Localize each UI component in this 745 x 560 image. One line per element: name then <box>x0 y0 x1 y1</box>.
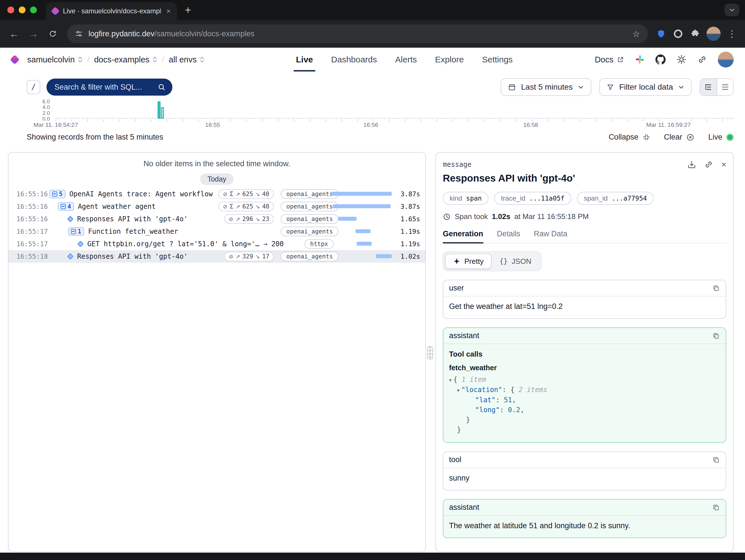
nav-dashboards[interactable]: Dashboards <box>331 48 377 71</box>
window-minimize-button[interactable] <box>19 6 26 13</box>
copy-button[interactable] <box>712 456 720 464</box>
close-panel-button[interactable]: × <box>721 160 726 169</box>
scope-tag[interactable]: openai_agents <box>281 189 338 199</box>
json-toggle-button[interactable]: {} JSON <box>492 254 539 269</box>
render-mode-toggle: Pretty {} JSON <box>443 251 542 271</box>
github-link[interactable] <box>655 55 666 65</box>
tree-view-icon <box>705 84 712 91</box>
search-input[interactable] <box>53 82 153 92</box>
nav-alerts[interactable]: Alerts <box>395 48 417 71</box>
chevron-down-icon <box>678 84 684 90</box>
scope-tag[interactable]: openai_agents <box>281 214 338 224</box>
user-avatar[interactable] <box>718 52 734 67</box>
trace-row[interactable]: 16:55:16 4 Agent weather agent ⊘Σ↗625↘40… <box>8 200 425 213</box>
timeline-x-label: 16:58 <box>523 121 538 128</box>
trace-row-timestamp: 16:55:16 <box>17 190 49 198</box>
clear-button[interactable]: Clear <box>664 133 695 142</box>
scope-tag[interactable]: openai_agents <box>281 202 338 211</box>
duration-label: 1.65s <box>387 215 420 223</box>
slack-link[interactable] <box>635 55 645 64</box>
trace-row-selected[interactable]: 16:55:18 Responses API with 'gpt-4o' ⊘↗3… <box>8 250 425 263</box>
extensions-menu-button[interactable] <box>687 25 704 42</box>
selector-icon <box>152 56 157 63</box>
copy-button[interactable] <box>712 503 720 511</box>
trace-row[interactable]: 16:55:16 Responses API with 'gpt-4o' ⊘↗2… <box>8 213 425 225</box>
list-view-button[interactable] <box>717 79 733 95</box>
bookmark-star-icon[interactable]: ☆ <box>633 29 640 39</box>
copy-button[interactable] <box>712 332 720 340</box>
site-settings-icon[interactable] <box>75 30 83 38</box>
scope-tag[interactable]: openai_agents <box>281 252 338 261</box>
window-close-button[interactable] <box>7 6 14 13</box>
forward-button[interactable]: → <box>24 24 43 43</box>
share-link-button[interactable] <box>698 55 707 64</box>
collapse-toggle[interactable]: 4 <box>58 202 74 211</box>
tab-generation[interactable]: Generation <box>443 227 483 243</box>
tab-title: Live · samuelcolvin/docs-examples <box>63 7 161 15</box>
window-zoom-button[interactable] <box>30 6 37 13</box>
collapse-button[interactable]: Collapse <box>609 133 650 142</box>
theme-toggle[interactable] <box>676 55 687 65</box>
activity-timeline[interactable]: 6.0 4.0 2.0 0.0 Mar 11. 16:54:27 16:55 1… <box>11 100 734 131</box>
trace-row[interactable]: 16:55:17 GET httpbin.org/get ? lat='51.0… <box>8 238 425 250</box>
date-chip[interactable]: Today <box>200 173 234 185</box>
logfire-logo[interactable] <box>10 55 20 64</box>
duration-bar-track <box>331 188 392 200</box>
duration-bar <box>338 217 357 221</box>
copy-button[interactable] <box>712 284 720 292</box>
new-tab-button[interactable]: + <box>185 4 191 15</box>
tab-raw-data[interactable]: Raw Data <box>534 227 568 243</box>
showing-records-label: Showing records from the last 5 minutes <box>27 133 163 142</box>
tree-view-button[interactable] <box>700 79 717 95</box>
env-selector[interactable]: all envs <box>169 55 204 64</box>
span-meta-badges: kindspan trace_id...11a05f span_id...a77… <box>443 192 726 205</box>
scope-tag[interactable]: openai_agents <box>281 227 338 236</box>
breadcrumb-separator: / <box>162 55 164 64</box>
browser-menu-button[interactable]: ⋮ <box>723 25 741 42</box>
live-indicator-icon <box>726 134 734 141</box>
trace-row[interactable]: 16:55:16 5 OpenAI Agents trace: Agent wo… <box>8 188 425 200</box>
trace-id-badge[interactable]: trace_id...11a05f <box>494 192 571 205</box>
tab-details[interactable]: Details <box>497 227 520 243</box>
browser-tab[interactable]: Live · samuelcolvin/docs-examples × <box>46 2 177 20</box>
filter-local-data-button[interactable]: Filter local data <box>599 78 692 96</box>
tab-search-button[interactable] <box>724 4 739 16</box>
timeline-y-axis: 6.0 4.0 2.0 0.0 <box>34 99 50 122</box>
token-usage-badge: ⊘↗329↘17 <box>224 252 274 261</box>
message-card-tool: tool sunny <box>443 452 726 491</box>
span-id-badge[interactable]: span_id...a77954 <box>577 192 654 205</box>
collapse-toggle[interactable]: 1 <box>68 227 84 236</box>
time-range-button[interactable]: Last 5 minutes <box>500 78 591 96</box>
back-button[interactable]: ← <box>4 24 24 43</box>
trace-row[interactable]: 16:55:17 1 Function fetch_weather openai… <box>8 225 425 238</box>
tool-name: fetch_weather <box>449 364 720 372</box>
chevron-down-icon[interactable]: ▾ <box>457 387 459 393</box>
trace-row-timestamp: 16:55:18 <box>17 253 49 260</box>
reload-button[interactable] <box>43 24 62 43</box>
window-bottom-edge <box>0 553 745 560</box>
project-selector[interactable]: docs-examples <box>94 55 157 64</box>
extension-button[interactable] <box>670 25 687 42</box>
adblock-extension-button[interactable] <box>653 25 670 42</box>
docs-link[interactable]: Docs <box>595 55 624 64</box>
export-button[interactable] <box>687 160 696 169</box>
org-selector[interactable]: samuelcolvin <box>27 55 83 64</box>
chevron-down-icon[interactable]: ▾ <box>449 377 452 383</box>
address-bar[interactable]: logfire.pydantic.dev/samuelcolvin/docs-e… <box>67 24 648 43</box>
browser-profile-avatar[interactable] <box>707 27 721 41</box>
live-toggle[interactable]: Live <box>708 133 734 142</box>
collapse-icon <box>642 133 650 141</box>
search-box[interactable] <box>46 79 172 96</box>
scope-tag[interactable]: httpx <box>304 239 334 249</box>
nav-explore[interactable]: Explore <box>435 48 464 71</box>
tab-close-icon[interactable]: × <box>165 7 172 15</box>
span-name: Function fetch_weather <box>88 227 178 236</box>
nav-settings[interactable]: Settings <box>482 48 513 71</box>
pretty-toggle-button[interactable]: Pretty <box>445 254 492 269</box>
message-card-user: user Get the weather at lat=51 lng=0.2 <box>443 280 726 319</box>
collapse-toggle[interactable]: 5 <box>49 190 65 198</box>
nav-live[interactable]: Live <box>296 48 313 71</box>
panel-resize-handle[interactable] <box>427 346 433 360</box>
copy-link-button[interactable] <box>704 160 713 169</box>
span-diamond-icon <box>67 216 74 222</box>
